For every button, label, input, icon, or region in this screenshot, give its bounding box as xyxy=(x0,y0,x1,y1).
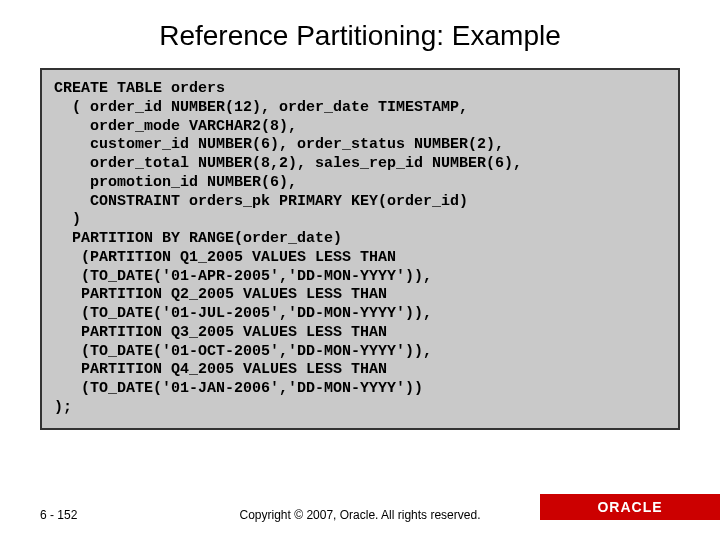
sql-code-block: CREATE TABLE orders ( order_id NUMBER(12… xyxy=(40,68,680,430)
oracle-logo: ORACLE xyxy=(597,499,662,515)
slide-container: Reference Partitioning: Example CREATE T… xyxy=(0,0,720,540)
footer: 6 - 152 Copyright © 2007, Oracle. All ri… xyxy=(0,500,720,540)
brand-bar: ORACLE xyxy=(540,494,720,520)
slide-title: Reference Partitioning: Example xyxy=(0,0,720,68)
